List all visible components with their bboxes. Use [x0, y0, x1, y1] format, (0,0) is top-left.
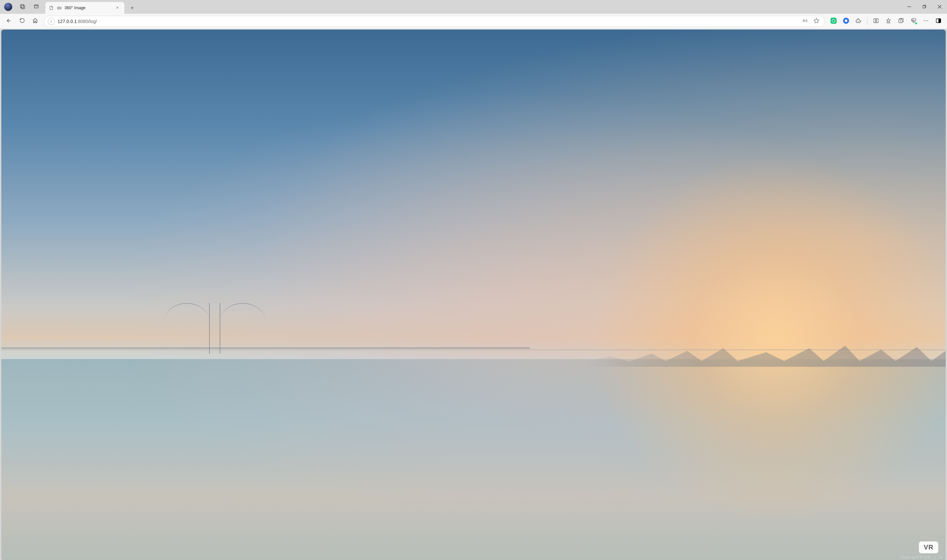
browser-essentials-button[interactable] [907, 15, 919, 27]
watermark-text: CSDN @平平无奇 _> _S [900, 555, 943, 560]
minimize-button[interactable] [902, 0, 917, 14]
address-path: :8080/log/ [77, 19, 97, 24]
split-screen-icon [873, 18, 879, 25]
more-button[interactable] [920, 15, 932, 27]
tab-actions-button[interactable] [30, 1, 42, 13]
container-extension-button[interactable] [840, 15, 852, 27]
svg-rect-10 [874, 19, 876, 23]
favorites-bar-button[interactable] [882, 15, 895, 27]
vr-mode-button[interactable]: VR [919, 541, 938, 554]
close-icon [115, 6, 119, 11]
svg-rect-6 [831, 17, 836, 23]
tab-title: 360° Image [65, 6, 111, 10]
split-screen-button[interactable] [870, 15, 882, 27]
info-icon: i [51, 19, 52, 23]
address-right-controls [800, 17, 821, 26]
titlebar: 360° Image [0, 0, 947, 14]
svg-rect-1 [21, 5, 24, 9]
svg-rect-18 [939, 19, 941, 23]
minimize-icon [907, 4, 911, 10]
sidebar-toggle-icon [936, 18, 941, 25]
sidebar-toggle-button[interactable] [933, 15, 944, 27]
favorites-bar-icon [885, 18, 892, 25]
chatgpt-extension-button[interactable] [828, 15, 839, 27]
extensions-icon [856, 18, 861, 25]
file-icon [49, 5, 54, 11]
container-ext-icon [842, 17, 850, 26]
panorama-viewport[interactable]: VR CSDN @平平无奇 _> _S [1, 29, 946, 560]
close-window-icon [938, 4, 941, 10]
toolbar-separator [867, 18, 867, 25]
star-icon [813, 18, 819, 25]
favorite-button[interactable] [811, 17, 821, 26]
collections-icon [898, 18, 904, 25]
svg-rect-2 [34, 5, 38, 8]
svg-point-16 [927, 20, 928, 21]
plus-icon [130, 6, 134, 11]
back-button[interactable] [3, 15, 15, 28]
tabs-strip: 360° Image [45, 0, 902, 14]
maximize-button[interactable] [917, 0, 932, 14]
more-icon [923, 18, 929, 25]
workspaces-icon [20, 4, 25, 11]
new-tab-button[interactable] [127, 3, 137, 14]
svg-rect-0 [20, 4, 24, 8]
panorama-bridge-illustration [209, 303, 220, 354]
status-dot-icon [915, 22, 917, 24]
window-controls [902, 0, 947, 14]
workspaces-button[interactable] [17, 1, 28, 13]
read-aloud-button[interactable] [800, 17, 810, 26]
tab-active[interactable]: 360° Image [45, 2, 124, 14]
home-icon [32, 18, 38, 25]
read-aloud-icon [802, 18, 808, 25]
svg-rect-4 [923, 6, 925, 8]
refresh-button[interactable] [16, 15, 28, 28]
extensions-button[interactable] [853, 15, 864, 27]
svg-point-14 [924, 20, 925, 21]
svg-marker-12 [887, 18, 890, 22]
site-info-button[interactable]: i [48, 18, 55, 25]
panorama-skyline-illustration [587, 340, 946, 367]
address-text[interactable]: 127.0.0.1:8080/log/ [57, 19, 797, 24]
tab-close-button[interactable] [114, 4, 121, 11]
home-button[interactable] [29, 15, 42, 28]
audio-icon[interactable] [57, 5, 62, 11]
toolbar-right [828, 15, 944, 27]
profile-avatar[interactable] [4, 3, 12, 11]
svg-rect-11 [876, 19, 878, 23]
address-bar[interactable]: i 127.0.0.1:8080/log/ [44, 16, 825, 27]
collections-button[interactable] [895, 15, 907, 27]
maximize-icon [923, 4, 926, 10]
svg-point-15 [925, 20, 926, 21]
chatgpt-ext-icon [830, 17, 837, 26]
toolbar: i 127.0.0.1:8080/log/ [0, 14, 947, 29]
address-host: 127.0.0.1 [57, 19, 77, 24]
tab-actions-icon [34, 4, 39, 11]
close-window-button[interactable] [932, 0, 947, 14]
refresh-icon [19, 18, 25, 25]
titlebar-left-controls [0, 0, 44, 14]
svg-rect-9 [845, 19, 847, 22]
back-icon [6, 18, 12, 25]
svg-marker-5 [814, 18, 819, 23]
